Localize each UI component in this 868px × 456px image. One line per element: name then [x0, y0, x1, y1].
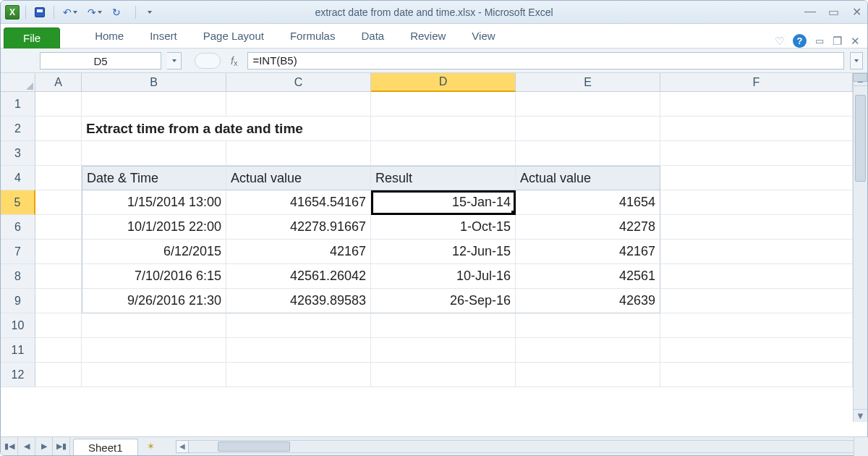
ribbon-tab-insert[interactable]: Insert [137, 25, 190, 48]
restore-window-icon[interactable]: ❐ [833, 35, 842, 48]
excel-window: X ↶ ↷ ↻ extract date from date and time.… [0, 0, 868, 456]
chevron-down-icon [172, 59, 176, 62]
resize-grip[interactable] [854, 437, 868, 456]
ribbon-tab-home[interactable]: Home [82, 25, 137, 48]
customize-qat-button[interactable] [142, 4, 158, 20]
redo-alt-button[interactable]: ↻ [109, 4, 129, 20]
sheet-prev-button[interactable]: ◀ [18, 437, 35, 455]
vertical-scrollbar[interactable]: ▲ ▼ [853, 73, 867, 422]
name-box-dropdown[interactable] [167, 52, 182, 69]
col-header-A[interactable]: A [35, 73, 82, 92]
sheet-first-button[interactable]: ▮◀ [1, 437, 18, 455]
row-header-1[interactable]: 1 [1, 92, 35, 117]
formula-input[interactable]: =INT(B5) [247, 52, 844, 69]
chevron-down-icon [854, 59, 859, 62]
redo-button[interactable]: ↷ [85, 4, 105, 20]
cell-c6[interactable]: 42278.91667 [226, 215, 371, 240]
col-header-D[interactable]: D [371, 73, 516, 92]
scroll-thumb[interactable] [855, 95, 866, 182]
cell-e9[interactable]: 42639 [516, 289, 660, 313]
row-headers: 1 2 3 4 5 6 7 8 9 10 11 12 [1, 92, 35, 422]
table-row: 7/10/2016 6:15 42561.26042 10-Jul-16 425… [35, 264, 853, 289]
ribbon-tab-page-layout[interactable]: Page Layout [190, 25, 277, 48]
scroll-left-button[interactable]: ◀ [176, 440, 189, 453]
row-header-7[interactable]: 7 [1, 240, 35, 264]
ribbon-tab-review[interactable]: Review [397, 25, 459, 48]
chevron-down-icon [73, 11, 77, 14]
row-header-10[interactable]: 10 [1, 313, 35, 338]
save-icon [35, 7, 45, 17]
horizontal-scrollbar[interactable]: ◀ ▶ [176, 437, 867, 455]
cell-e5[interactable]: 41654 [516, 190, 660, 215]
worksheet-grid: A B C D E F 1 2 3 4 5 6 7 8 9 10 11 12 [1, 73, 867, 436]
row-header-5[interactable]: 5 [1, 190, 35, 215]
ribbon-tabs: File Home Insert Page Layout Formulas Da… [1, 24, 867, 48]
row-header-2[interactable]: 2 [1, 117, 35, 141]
name-box[interactable]: D5 [40, 52, 161, 69]
undo-button[interactable]: ↶ [60, 4, 80, 20]
sheet-next-button[interactable]: ▶ [35, 437, 53, 455]
file-tab[interactable]: File [4, 28, 60, 48]
row-header-11[interactable]: 11 [1, 338, 35, 363]
cell-d6[interactable]: 1-Oct-15 [371, 215, 516, 240]
chevron-down-icon [98, 11, 102, 14]
cell-b7[interactable]: 6/12/2015 [82, 240, 226, 264]
row-header-12[interactable]: 12 [1, 363, 35, 387]
cancel-formula-button[interactable] [195, 53, 221, 69]
hscroll-thumb[interactable] [218, 442, 290, 452]
table-header: Actual value [516, 166, 660, 190]
cell-b5[interactable]: 1/15/2014 13:00 [82, 190, 226, 215]
undo-icon: ↶ [63, 7, 72, 17]
cell-c5[interactable]: 41654.54167 [226, 190, 371, 215]
cell-d5[interactable]: 15-Jan-14 [371, 190, 516, 215]
qat-separator [25, 6, 26, 19]
hscroll-track[interactable] [189, 440, 854, 453]
sheet-last-button[interactable]: ▶▮ [53, 437, 70, 455]
table-header: Result [371, 166, 516, 190]
table-row: 9/26/2016 21:30 42639.89583 26-Sep-16 42… [35, 289, 853, 313]
row-header-9[interactable]: 9 [1, 289, 35, 313]
help-button[interactable]: ? [793, 34, 807, 48]
save-button[interactable] [32, 4, 48, 20]
cell-e6[interactable]: 42278 [516, 215, 660, 240]
cell-d9[interactable]: 26-Sep-16 [371, 289, 516, 313]
cell-e7[interactable]: 42167 [516, 240, 660, 264]
col-header-F[interactable]: F [660, 73, 853, 92]
row-header-3[interactable]: 3 [1, 141, 35, 166]
minimize-button[interactable]: ― [804, 5, 817, 19]
cells-area[interactable]: Extract time from a date and time Date &… [35, 92, 853, 422]
scroll-down-button[interactable]: ▼ [854, 409, 867, 422]
formula-bar: D5 fx =INT(B5) [1, 48, 867, 73]
close-workbook-icon[interactable]: ✕ [851, 35, 860, 48]
table-row: 10/1/2015 22:00 42278.91667 1-Oct-15 422… [35, 215, 853, 240]
excel-logo-icon: X [5, 5, 20, 20]
cell-b6[interactable]: 10/1/2015 22:00 [82, 215, 226, 240]
sheet-tab-sheet1[interactable]: Sheet1 [73, 439, 138, 456]
cell-e8[interactable]: 42561 [516, 264, 660, 289]
fx-icon[interactable]: fx [231, 55, 237, 67]
cell-c9[interactable]: 42639.89583 [226, 289, 371, 313]
close-button[interactable]: ✕ [850, 5, 863, 19]
ribbon-tab-formulas[interactable]: Formulas [277, 25, 349, 48]
maximize-button[interactable]: ▭ [827, 5, 840, 19]
cell-d8[interactable]: 10-Jul-16 [371, 264, 516, 289]
col-header-B[interactable]: B [82, 73, 226, 92]
cell-d7[interactable]: 12-Jun-15 [371, 240, 516, 264]
split-box[interactable] [853, 73, 867, 82]
ribbon-options-icon[interactable]: ♡ [775, 35, 784, 48]
cell-b8[interactable]: 7/10/2016 6:15 [82, 264, 226, 289]
cell-b9[interactable]: 9/26/2016 21:30 [82, 289, 226, 313]
row-header-8[interactable]: 8 [1, 264, 35, 289]
minimize-ribbon-icon[interactable]: ▭ [815, 35, 824, 46]
row-header-4[interactable]: 4 [1, 166, 35, 190]
select-all-corner[interactable] [1, 73, 35, 92]
cell-c8[interactable]: 42561.26042 [226, 264, 371, 289]
cell-c7[interactable]: 42167 [226, 240, 371, 264]
new-sheet-button[interactable]: ✶ [141, 437, 161, 455]
row-header-6[interactable]: 6 [1, 215, 35, 240]
col-header-C[interactable]: C [226, 73, 371, 92]
ribbon-tab-view[interactable]: View [459, 25, 508, 48]
expand-formula-bar-button[interactable] [850, 52, 863, 69]
ribbon-tab-data[interactable]: Data [348, 25, 397, 48]
col-header-E[interactable]: E [516, 73, 660, 92]
